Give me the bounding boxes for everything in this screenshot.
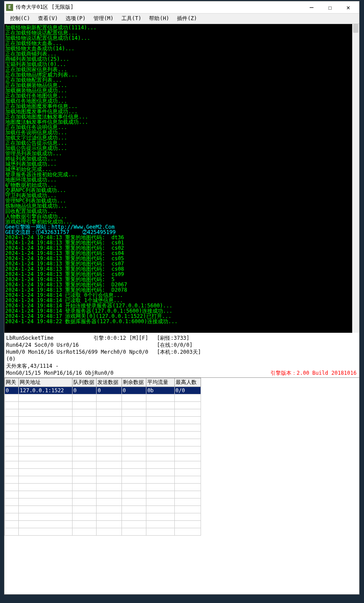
cell-avg: 0b	[146, 387, 174, 394]
table-row[interactable]	[5, 513, 201, 521]
cell-queue: 0	[73, 387, 97, 394]
table-row[interactable]	[5, 439, 201, 446]
engine-version: 引擎版本：2.00 Build 20181016	[270, 369, 357, 376]
console-line: 城堡列表加载成功...	[5, 161, 359, 167]
status-hum-mon: Hum0/0 Mon16/16 UsrRot156/699 Merch0/0 N…	[6, 349, 157, 362]
cell-max: 0/0	[174, 387, 201, 394]
console-line: 师徒列表加载成功...	[5, 156, 359, 161]
menu-manage[interactable]: 管理(M)	[90, 14, 118, 24]
table-row[interactable]	[5, 528, 201, 536]
app-window: E 传奇大学01区 [无限版] ─ ☐ ✕ 控制(C) 查看(V) 选项(P) …	[4, 1, 360, 595]
table-row[interactable]	[5, 402, 201, 409]
table-row[interactable]	[5, 476, 201, 484]
menu-plugins[interactable]: 插件(Z)	[173, 14, 201, 24]
table-row[interactable]: 0127.0.0.1:15220000b0/0	[5, 387, 201, 394]
scrollbar-thumb[interactable]	[353, 24, 358, 33]
status-visitor: 天外来客,43/1114 -	[6, 362, 59, 369]
col-send[interactable]: 发送数据	[97, 378, 121, 387]
gateway-table-wrap: 网关 网关地址 队列数据 发送数据 剩余数据 平均流量 最高人数 0127.0.…	[4, 377, 359, 536]
col-max[interactable]: 最高人数	[174, 378, 201, 387]
status-online: [在线:0/0/0]	[157, 342, 193, 349]
col-queue[interactable]: 队列数据	[73, 378, 97, 387]
cell-remain: 0	[121, 387, 146, 394]
status-socket-time: LbRunSocketTime	[6, 335, 94, 342]
menu-view[interactable]: 查看(V)	[34, 14, 62, 24]
cell-gateway: 0	[5, 387, 19, 394]
status-mong: MonG0/15/15 MonP16/16/16 ObjRun0/0	[6, 369, 114, 376]
table-row[interactable]	[5, 461, 201, 469]
table-row[interactable]	[5, 432, 201, 439]
status-engine-time: 引擎:0:0:12 [M][F]	[94, 335, 157, 342]
table-row[interactable]	[5, 394, 201, 402]
table-row[interactable]	[5, 446, 201, 454]
console-line: 交易NPC列表加载成功...	[5, 188, 359, 193]
console-output[interactable]: 加载怪物刷新配置信息成功(1114)...正在加载怪物说话配置信息...加载怪物…	[4, 24, 359, 333]
console-scrollbar[interactable]	[352, 24, 359, 333]
menu-control[interactable]: 控制(C)	[6, 14, 34, 24]
table-row[interactable]	[5, 409, 201, 417]
gateway-table[interactable]: 网关 网关地址 队列数据 发送数据 剩余数据 平均流量 最高人数 0127.0.…	[4, 378, 201, 536]
status-monster-refresh: [刷怪:3733]	[157, 335, 190, 342]
table-row[interactable]	[5, 424, 201, 432]
console-line: 2024-1-24 19:48:22 数据库服务器(127.0.0.1:6000…	[5, 319, 359, 324]
table-row[interactable]	[5, 521, 201, 528]
table-row[interactable]	[5, 484, 201, 491]
console-line: 地图环境加载成功...	[5, 177, 359, 182]
window-title: 传奇大学01区 [无限版]	[16, 3, 302, 11]
menubar: 控制(C) 查看(V) 选项(P) 管理(M) 工具(T) 帮助(H) 插件(Z…	[4, 14, 359, 24]
col-gateway[interactable]: 网关	[5, 378, 19, 387]
titlebar[interactable]: E 传奇大学01区 [无限版] ─ ☐ ✕	[4, 1, 359, 14]
col-remain[interactable]: 剩余数据	[121, 378, 146, 387]
console-line: 加载怪物大血条成功(14)...	[5, 46, 359, 51]
maximize-button[interactable]: ☐	[321, 2, 339, 13]
close-button[interactable]: ✕	[339, 2, 357, 13]
cell-address: 127.0.0.1:1522	[19, 387, 73, 394]
table-row[interactable]	[5, 454, 201, 461]
app-icon: E	[6, 4, 13, 11]
table-row[interactable]	[5, 506, 201, 513]
table-header-row: 网关 网关地址 队列数据 发送数据 剩余数据 平均流量 最高人数	[5, 378, 201, 387]
menu-tools[interactable]: 工具(T)	[118, 14, 146, 24]
menu-options[interactable]: 选项(P)	[62, 14, 90, 24]
minimize-button[interactable]: ─	[302, 2, 321, 13]
console-line: 炼制物品信息加载成功...	[5, 203, 359, 209]
cell-send: 0	[97, 387, 121, 394]
status-local-time: [本机:0.2003天]	[157, 349, 201, 362]
table-row[interactable]	[5, 491, 201, 498]
status-panel: LbRunSocketTime 引擎:0:0:12 [M][F] [刷怪:373…	[4, 333, 359, 377]
table-row[interactable]	[5, 469, 201, 476]
status-run-info: Run64/24 Soc0/0 Usr0/16	[6, 342, 157, 349]
col-address[interactable]: 网关地址	[19, 378, 73, 387]
table-row[interactable]	[5, 498, 201, 506]
console-line: 管理员列表加载成功...	[5, 151, 359, 156]
table-row[interactable]	[5, 417, 201, 424]
menu-help[interactable]: 帮助(H)	[145, 14, 173, 24]
console-line: 登录服务器连接初始化完成...	[5, 172, 359, 177]
col-avg[interactable]: 平均流量	[146, 378, 174, 387]
